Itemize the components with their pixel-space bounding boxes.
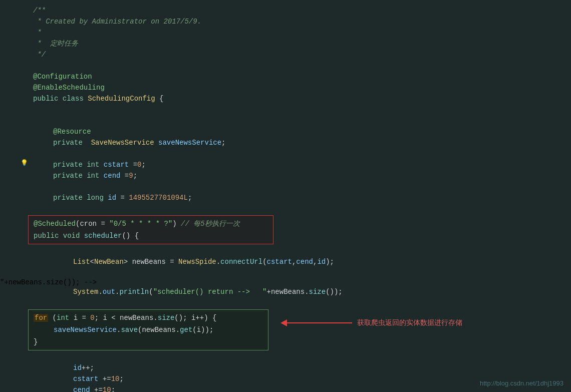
code-line: @Scheduled(cron = "0/5 * * * * ?") // 每5… — [34, 218, 268, 230]
code-line: private int cend =9; — [0, 170, 571, 181]
code-line: private SaveNewsService saveNewsService; — [0, 137, 571, 148]
watermark: http://blog.csdn.net/1dhj1993 — [480, 379, 563, 387]
for-loop-box: for (int i = 0; i < newBeans.size(); i++… — [28, 309, 268, 350]
code-line: 💡 private int cstart =0; — [0, 159, 571, 170]
code-line: @Resource — [0, 126, 571, 137]
arrow-head — [280, 319, 287, 326]
code-line: public void scheduler() { — [34, 230, 268, 242]
code-line: public class SchedulingConfig { — [0, 93, 571, 104]
code-line — [0, 60, 571, 71]
code-line — [0, 203, 571, 214]
code-line — [0, 245, 571, 256]
code-line — [0, 351, 571, 362]
code-line: @Configuration — [0, 71, 571, 82]
code-line — [0, 181, 571, 192]
code-line: saveNewsService.save(newBeans.get(i)); — [34, 324, 263, 336]
code-line: */ — [0, 49, 571, 60]
code-line: System.out.println("scheduler() return -… — [0, 286, 571, 297]
for-loop-section: for (int i = 0; i < newBeans.size(); i++… — [0, 309, 571, 350]
code-line — [0, 104, 571, 115]
code-line — [0, 115, 571, 126]
code-line: * 定时任务 — [0, 38, 571, 49]
code-editor: /** * Created by Administrator on 2017/5… — [0, 0, 571, 392]
code-line — [0, 148, 571, 159]
code-line: @EnableScheduling — [0, 82, 571, 93]
code-line: * — [0, 27, 571, 38]
code-line — [0, 297, 571, 308]
annotation-arrow-container: 获取爬虫返回的实体数据进行存储 — [280, 318, 462, 327]
arrow-shaft — [287, 322, 352, 323]
code-line: for (int i = 0; i < newBeans.size(); i++… — [34, 312, 263, 324]
code-line: private long id = 1495527701094L; — [0, 192, 571, 203]
code-line: id++; — [0, 362, 571, 373]
code-line: * Created by Administrator on 2017/5/9. — [0, 16, 571, 27]
code-line: /** — [0, 5, 571, 16]
annotation-text: 获取爬虫返回的实体数据进行存储 — [357, 318, 462, 327]
bulb-icon: 💡 — [20, 159, 28, 167]
code-line: List<NewBean> newBeans = NewsSpide.conne… — [0, 256, 571, 267]
code-line — [0, 267, 571, 278]
code-line: } — [34, 336, 263, 348]
scheduled-highlight-box: @Scheduled(cron = "0/5 * * * * ?") // 每5… — [28, 215, 273, 244]
